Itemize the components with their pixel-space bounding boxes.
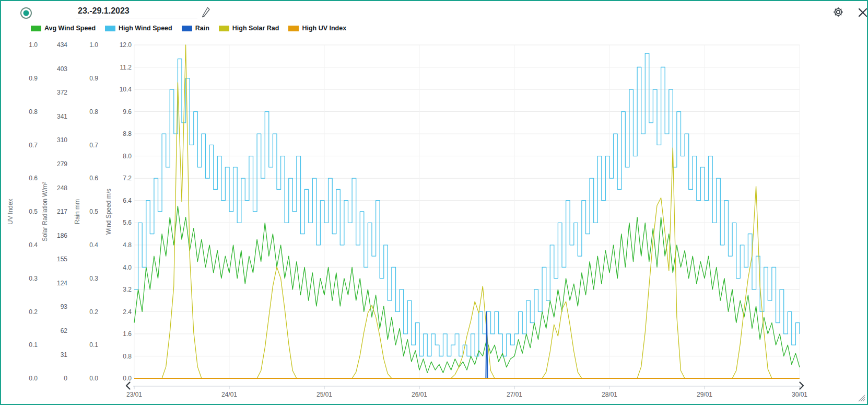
axis-wind: 12.011.210.49.68.88.07.26.45.64.84.03.22… bbox=[105, 41, 132, 382]
axis-tick-label: 0.2 bbox=[29, 308, 38, 316]
series-rain bbox=[134, 311, 800, 378]
axis-tick-label: 11.2 bbox=[120, 64, 132, 71]
axis-tick-label: 0.0 bbox=[29, 375, 38, 382]
axis-title-uv: UV Index bbox=[7, 199, 14, 224]
legend-label: Rain bbox=[195, 25, 209, 32]
weather-chart-canvas: 1.00.90.80.70.60.50.40.30.20.10.0UV Inde… bbox=[1, 1, 868, 405]
axis-solar: 4344033723413102792482171861551249362310… bbox=[41, 41, 67, 382]
axis-tick-label: 155 bbox=[57, 256, 67, 263]
axis-tick-label: 31 bbox=[61, 351, 68, 358]
axis-tick-label: 0.8 bbox=[123, 353, 132, 360]
axis-tick-label: 9.6 bbox=[123, 108, 132, 115]
status-radio-icon[interactable] bbox=[19, 6, 33, 20]
axis-tick-label: 4.8 bbox=[123, 241, 132, 249]
axis-title-wind: Wind Speed m/s bbox=[105, 189, 112, 235]
axis-tick-label: 1.0 bbox=[89, 41, 98, 49]
axis-tick-label: 372 bbox=[57, 89, 67, 96]
chevron-right-icon bbox=[798, 381, 805, 390]
axis-tick-label: 248 bbox=[57, 184, 67, 192]
axis-tick-label: 1.0 bbox=[29, 41, 38, 49]
legend-swatch bbox=[219, 26, 229, 31]
axis-tick-label: 8.8 bbox=[123, 130, 132, 137]
axis-tick-label: 0.8 bbox=[89, 108, 98, 115]
date-range-field[interactable]: 23.-29.1.2023 bbox=[76, 4, 197, 18]
axis-tick-label: 434 bbox=[57, 41, 67, 49]
series-high-solar-rad bbox=[134, 45, 800, 378]
close-icon[interactable] bbox=[857, 7, 868, 18]
x-tick-label: 29/01 bbox=[697, 391, 712, 398]
axis-rain: 1.00.90.80.70.60.50.40.30.20.10.0Rain mm bbox=[74, 41, 98, 382]
axis-tick-label: 0.1 bbox=[29, 341, 38, 349]
axis-tick-label: 0.5 bbox=[89, 208, 98, 215]
axis-tick-label: 217 bbox=[57, 208, 67, 215]
axis-tick-label: 6.4 bbox=[123, 197, 132, 204]
legend-item-high-uv-index[interactable]: High UV Index bbox=[288, 25, 346, 32]
chart-legend: Avg Wind Speed High Wind Speed Rain High… bbox=[31, 25, 346, 32]
legend-label: High Solar Rad bbox=[232, 25, 279, 32]
axis-tick-label: 0.8 bbox=[29, 108, 38, 115]
axis-tick-label: 5.6 bbox=[123, 219, 132, 226]
axis-tick-label: 0.9 bbox=[29, 75, 38, 82]
axis-tick-label: 10.4 bbox=[120, 86, 132, 93]
legend-label: High UV Index bbox=[302, 25, 346, 32]
axis-tick-label: 0.7 bbox=[89, 142, 98, 149]
axis-tick-label: 0.4 bbox=[29, 241, 38, 249]
axis-tick-label: 0.3 bbox=[89, 275, 98, 282]
axis-tick-label: 0.7 bbox=[29, 142, 38, 149]
axis-tick-label: 0.3 bbox=[29, 275, 38, 282]
x-axis: 23/0124/0125/0126/0127/0128/0129/0130/01 bbox=[126, 386, 807, 398]
axis-tick-label: 0.4 bbox=[89, 241, 98, 249]
legend-item-rain[interactable]: Rain bbox=[182, 25, 209, 32]
axis-tick-label: 186 bbox=[57, 232, 67, 239]
legend-swatch bbox=[105, 26, 115, 31]
legend-swatch bbox=[31, 26, 41, 31]
x-tick-label: 27/01 bbox=[507, 391, 522, 398]
axis-tick-label: 0.5 bbox=[29, 208, 38, 215]
axis-tick-label: 0.6 bbox=[29, 175, 38, 182]
chart-series bbox=[134, 45, 800, 378]
x-tick-label: 23/01 bbox=[126, 391, 142, 398]
legend-item-avg-wind-speed[interactable]: Avg Wind Speed bbox=[31, 25, 96, 32]
legend-label: High Wind Speed bbox=[119, 25, 172, 32]
chart-grid bbox=[134, 45, 800, 378]
axis-tick-label: 12.0 bbox=[120, 41, 132, 49]
legend-swatch bbox=[182, 26, 192, 31]
x-tick-label: 26/01 bbox=[412, 391, 427, 398]
x-tick-label: 30/01 bbox=[792, 391, 807, 398]
legend-item-high-wind-speed[interactable]: High Wind Speed bbox=[105, 25, 172, 32]
series-avg-wind-speed bbox=[134, 206, 800, 373]
axis-uv: 1.00.90.80.70.60.50.40.30.20.10.0UV Inde… bbox=[7, 41, 38, 382]
axis-tick-label: 0.9 bbox=[89, 75, 98, 82]
axis-tick-label: 0 bbox=[64, 375, 67, 382]
axis-tick-label: 62 bbox=[61, 327, 68, 334]
pan-left-button[interactable] bbox=[123, 381, 133, 391]
axis-tick-label: 403 bbox=[57, 65, 67, 73]
axis-tick-label: 93 bbox=[61, 303, 68, 310]
axis-tick-label: 0.0 bbox=[89, 375, 98, 382]
x-tick-label: 24/01 bbox=[221, 391, 237, 398]
weather-widget: 23.-29.1.2023 Avg Wind Speed High Wind S… bbox=[0, 0, 868, 405]
resize-grip-icon[interactable] bbox=[858, 394, 866, 402]
axis-title-rain: Rain mm bbox=[74, 199, 81, 224]
axis-tick-label: 1.6 bbox=[123, 330, 132, 338]
axis-tick-label: 2.4 bbox=[123, 308, 132, 316]
chevron-left-icon bbox=[124, 381, 132, 390]
pencil-icon[interactable] bbox=[200, 6, 212, 18]
axis-tick-label: 310 bbox=[57, 136, 67, 144]
axis-tick-label: 4.0 bbox=[123, 264, 132, 271]
series-high-wind-speed bbox=[134, 53, 800, 356]
legend-item-high-solar-rad[interactable]: High Solar Rad bbox=[219, 25, 279, 32]
axis-tick-label: 3.2 bbox=[123, 286, 132, 293]
legend-label: Avg Wind Speed bbox=[44, 25, 96, 32]
axis-tick-label: 279 bbox=[57, 160, 67, 168]
axis-title-solar: Solar Radiation W/m² bbox=[41, 182, 49, 241]
axis-tick-label: 0.6 bbox=[89, 175, 98, 182]
axis-tick-label: 0.1 bbox=[89, 341, 98, 349]
axis-tick-label: 7.2 bbox=[123, 175, 132, 182]
x-tick-label: 28/01 bbox=[602, 391, 617, 398]
pan-right-button[interactable] bbox=[797, 381, 806, 391]
gear-icon[interactable] bbox=[831, 5, 845, 19]
axis-tick-label: 124 bbox=[57, 280, 67, 287]
axis-tick-label: 341 bbox=[57, 113, 67, 120]
x-tick-label: 25/01 bbox=[316, 391, 332, 398]
